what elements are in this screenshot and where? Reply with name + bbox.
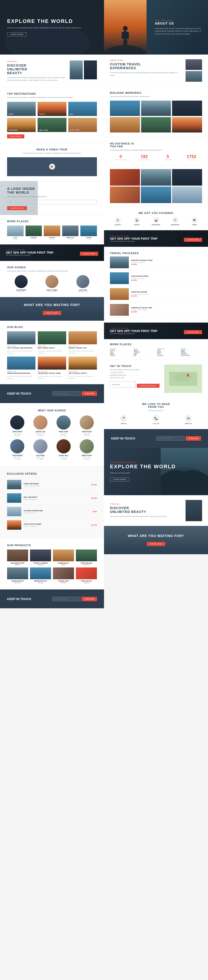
right-hero-btn[interactable]: LEARN MORE — [110, 477, 129, 482]
get-touch-email-input[interactable] — [110, 381, 136, 388]
memory-img-1 — [110, 100, 140, 116]
keep-touch-submit-2[interactable]: SUBSCRIBE — [82, 597, 97, 601]
meet-guide-3: MIKE CHEN Sea Guide 29 Tours — [53, 415, 74, 436]
pkg-price-1: $3,499 — [131, 263, 202, 266]
product-1[interactable]: BACKPACK PRO $89.99 — [7, 549, 28, 566]
look-body: Lorem ipsum dolor sit amet consectetur a… — [7, 195, 97, 198]
place-himalayas[interactable]: HIMALAYAS 10 Trips — [62, 226, 79, 240]
pkg-img-1 — [110, 256, 129, 268]
product-6[interactable]: WATER BOTTLE $34.99 — [30, 568, 51, 584]
mp-africa-morocco[interactable]: Morocco — [181, 353, 202, 355]
pkg-info-4: AMERICAS ROAD TRIP 14 days • USA & Canad… — [131, 307, 202, 313]
place-info-fjords: 7 Trips — [80, 238, 97, 240]
right-hero-tag: ADVENTURE AWAITS — [110, 461, 202, 463]
play-button[interactable] — [49, 164, 55, 170]
offer-4[interactable]: TOKYO EXPLORER 8 days, city package $1,7… — [7, 518, 97, 532]
covered-tours: 🗺 TOURS — [187, 217, 202, 226]
product-8[interactable]: FIRST AID KIT $49.99 — [76, 568, 97, 584]
blog-title-5: ADVENTURE TRAVEL GUIDE — [38, 372, 66, 374]
dest-card-3[interactable]: BALI — [68, 102, 97, 116]
keep-touch-submit-3[interactable]: SUBSCRIBE — [186, 436, 201, 441]
mp-americas-usa[interactable]: USA — [157, 350, 178, 351]
promo3-cta-button[interactable]: CLAIM NOW — [184, 330, 202, 334]
product-7[interactable]: TRAVEL MAP $24.99 — [53, 568, 74, 584]
hero-cta-button[interactable]: LEARN MORE — [7, 32, 26, 37]
search-placeholder[interactable]: Search destinations... — [13, 201, 29, 203]
dest-card-1[interactable]: PARIS — [7, 102, 36, 116]
package-1[interactable]: EUROPE GRAND TOUR 15 days • 8 countries … — [110, 255, 202, 270]
product-3[interactable]: COMPASS KIT $45.99 — [53, 549, 74, 566]
mp-africa-egypt[interactable]: Egypt — [181, 350, 202, 351]
meet-tours-3: 29 Tours — [53, 434, 74, 436]
place-fjords[interactable]: FJORDS 7 Trips — [80, 226, 97, 240]
dest-card-5[interactable]: NEW YORK — [38, 118, 66, 132]
place-alps[interactable]: ALPS 12 Trips — [7, 226, 24, 240]
mp-americas-peru[interactable]: Peru — [157, 353, 178, 355]
dest-card-4[interactable]: SANTORINI — [7, 118, 36, 132]
waiting-btn-right[interactable]: START NOW — [147, 542, 165, 546]
mp-europe-spain[interactable]: Spain — [110, 353, 131, 355]
mp-americas-canada[interactable]: Canada — [157, 355, 178, 356]
keep-touch-section-2: KEEP IN TOUCH SUBSCRIBE — [0, 589, 104, 608]
blog-img-3 — [69, 331, 97, 344]
custom-tag: SERVICES — [110, 59, 182, 61]
promo2-cta-button[interactable]: CLAIM NOW — [184, 238, 202, 242]
keep-touch-email-input-3[interactable] — [156, 436, 185, 441]
offer-2[interactable]: BALI RETREAT 10 days, all inclusive $2,4… — [7, 492, 97, 505]
keep-touch-email-input-1[interactable] — [52, 391, 81, 396]
mp-asia-bali[interactable]: Bali — [134, 355, 155, 356]
covered-transport: 🚗 TRANSPORT — [148, 217, 164, 226]
keep-touch-email-input-2[interactable] — [52, 597, 81, 601]
blog-post-6[interactable]: JUN 28, 2024 SOLO TRAVEL SAFETY Lorem ip… — [69, 356, 97, 380]
meet-name-8: EMMA FORD — [77, 455, 97, 456]
blog-post-3[interactable]: MAR 20, 2024 BUDGET TRAVEL TIPS Lorem ip… — [69, 331, 97, 354]
offer-3[interactable]: ALPINE ADVENTURE 5 days, guided tours $8… — [7, 505, 97, 518]
product-2[interactable]: TRAVEL CAMERA $299.99 — [30, 549, 51, 566]
svg-rect-7 — [125, 40, 127, 46]
product-4[interactable]: TENT DELUXE $199.99 — [76, 549, 97, 566]
meet-tours-6: 33 Tours — [30, 458, 51, 460]
distance-title: NO DISTANCE ISTOO FAR — [110, 142, 202, 148]
get-touch-submit[interactable]: SEND MESSAGE — [137, 384, 160, 388]
meet-tours-8: 36 Tours — [77, 458, 97, 460]
pkg-price-4: $2,599 — [131, 311, 202, 313]
see-more-button[interactable]: SEE MORE — [7, 134, 24, 138]
blog-post-1[interactable]: JAN 15, 2024 TOP 10 TRAVEL DESTINATIONS … — [7, 331, 35, 354]
package-4[interactable]: AMERICAS ROAD TRIP 14 days • USA & Canad… — [110, 302, 202, 318]
blog-post-5[interactable]: MAY 12, 2024 ADVENTURE TRAVEL GUIDE Lore… — [38, 356, 66, 380]
mp-asia-india[interactable]: India — [134, 353, 155, 355]
promo1-cta-button[interactable]: CLAIM NOW — [80, 252, 98, 256]
mp-europe-france[interactable]: France — [110, 350, 131, 351]
mp-europe-italy[interactable]: Italy — [110, 351, 131, 353]
place-sahara[interactable]: SAHARA 5 Trips — [44, 226, 60, 240]
product-5[interactable]: HIKING BOOTS $129.99 — [7, 568, 28, 584]
place-amazon[interactable]: AMAZON 8 Trips — [26, 226, 42, 240]
about-section: WHO WE ARE ABOUT US Lorem ipsum dolor si… — [104, 0, 208, 54]
blog-excerpt-5: Lorem ipsum dolor sit amet consectetur a… — [38, 375, 66, 380]
package-2[interactable]: ASIAN DISCOVERY 12 days • 4 countries $2… — [110, 270, 202, 286]
blog-post-4[interactable]: APR 05, 2024 HIDDEN GEM DESTINATIONS Lor… — [7, 356, 35, 380]
mp-asia-japan[interactable]: Japan — [134, 350, 155, 351]
place-img-alps — [7, 226, 24, 236]
keep-touch-submit-1[interactable]: SUBSCRIBE — [82, 391, 97, 396]
product-name-3: COMPASS KIT — [53, 562, 74, 564]
blog-img-1 — [7, 331, 35, 344]
products-section: OUR PRODUCTS BACKPACK PRO $89.99 TRAVEL … — [0, 538, 104, 589]
blog-post-2[interactable]: FEB 03, 2024 BEST HIKING TRAILS Lorem ip… — [38, 331, 66, 354]
look-learn-more-button[interactable]: LEARN MORE — [7, 206, 27, 210]
waiting-btn-1[interactable]: START NOW — [43, 311, 61, 315]
meet-avatar-3 — [56, 415, 71, 430]
package-3[interactable]: AFRICAN SAFARI 10 days • Kenya & Tanzani… — [110, 286, 202, 302]
mp-asia-thailand[interactable]: Thailand — [134, 351, 155, 353]
mp-africa-sa[interactable]: South Africa — [181, 355, 202, 356]
dest-card-2[interactable]: TOKYO — [38, 102, 66, 116]
mp-europe-greece[interactable]: Greece — [110, 355, 131, 356]
mp-africa-kenya[interactable]: Kenya — [181, 351, 202, 353]
offer-1[interactable]: PARIS GETAWAY 7 days, 2 people included … — [7, 478, 97, 492]
video-thumbnail[interactable] — [7, 157, 97, 176]
product-price-4: $199.99 — [76, 564, 97, 566]
dest-card-6[interactable]: CAPE TOWN — [68, 118, 97, 132]
mp-americas-brazil[interactable]: Brazil — [157, 351, 178, 353]
discover-right-content: TRAVEL DISCOVERUNLIMITED BEAUTY Lorem ip… — [110, 503, 182, 518]
hero-subtitle: Discover amazing places and create unfor… — [7, 27, 97, 30]
